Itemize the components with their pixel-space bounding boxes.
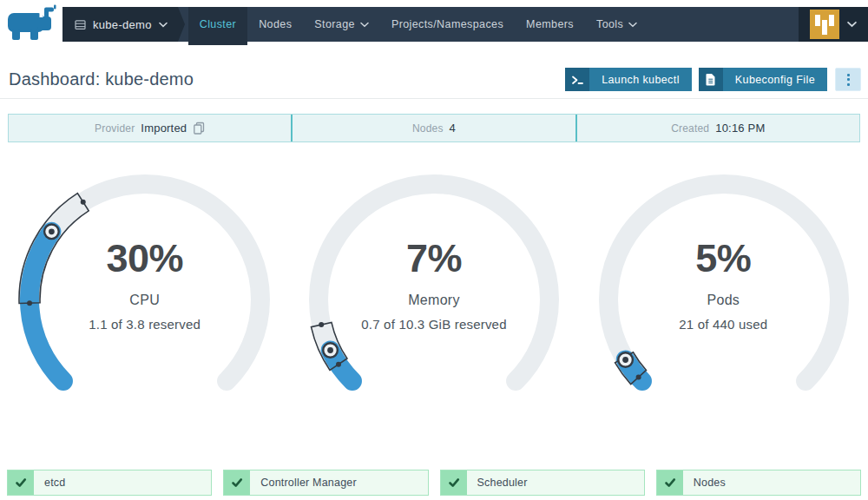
cpu-gauge: 30% CPU 1.1 of 3.8 reserved [0, 174, 289, 410]
tab-projects-label: Projects/Namespaces [391, 18, 503, 30]
status-scheduler-label: Scheduler [467, 470, 528, 495]
tab-nodes-label: Nodes [259, 18, 292, 30]
tab-tools[interactable]: Tools [585, 7, 648, 42]
tab-cluster[interactable]: Cluster [188, 7, 247, 42]
page-header: Dashboard: kube-demo Launch kubectl Kube… [9, 68, 861, 91]
info-created: Created 10:16 PM [575, 115, 859, 141]
chevron-down-icon [360, 22, 369, 28]
kubeconfig-file-label: Kubeconfig File [723, 68, 827, 91]
cluster-info-bar: Provider Imported Nodes 4 Created 10:16 … [8, 114, 860, 142]
tab-members-label: Members [526, 18, 574, 30]
cluster-selector[interactable]: kube-demo [62, 7, 178, 42]
chevron-down-icon [628, 22, 637, 28]
check-icon [224, 470, 250, 495]
user-avatar [810, 10, 839, 39]
status-nodes: Nodes [656, 470, 861, 496]
rancher-bull-icon [6, 4, 56, 41]
status-nodes-label: Nodes [683, 470, 726, 495]
memory-subtitle: 0.7 of 10.3 GiB reserved [289, 317, 578, 332]
info-provider: Provider Imported [9, 115, 291, 141]
more-actions-button[interactable] [835, 68, 861, 91]
header-divider [0, 98, 868, 99]
status-etcd-label: etcd [34, 470, 65, 495]
top-nav: kube-demo Cluster Nodes Storage Projects… [0, 0, 868, 45]
kubeconfig-file-button[interactable]: Kubeconfig File [699, 68, 827, 91]
chevron-down-icon [847, 21, 857, 28]
user-menu[interactable] [799, 7, 868, 42]
nodes-value: 4 [450, 122, 456, 135]
check-icon [657, 470, 683, 495]
tab-tools-label: Tools [596, 18, 623, 30]
info-nodes: Nodes 4 [291, 115, 575, 141]
cpu-title: CPU [0, 293, 289, 308]
memory-title: Memory [289, 293, 578, 308]
tab-nodes[interactable]: Nodes [247, 7, 303, 42]
nav-spacer [648, 7, 799, 42]
pods-percent: 5% [579, 236, 868, 281]
navbar: kube-demo Cluster Nodes Storage Projects… [62, 7, 868, 42]
launch-kubectl-button[interactable]: Launch kubectl [565, 68, 692, 91]
tab-cluster-label: Cluster [200, 18, 236, 30]
rancher-logo[interactable] [0, 0, 62, 45]
pods-subtitle: 21 of 440 used [579, 317, 868, 332]
tab-storage[interactable]: Storage [303, 7, 380, 42]
cpu-subtitle: 1.1 of 3.8 reserved [0, 317, 289, 332]
created-value: 10:16 PM [715, 122, 765, 135]
status-controller-manager: Controller Manager [223, 470, 428, 496]
provider-label: Provider [95, 122, 135, 135]
pods-gauge: 5% Pods 21 of 440 used [579, 174, 868, 410]
component-status-row: etcd Controller Manager Scheduler Nodes [0, 470, 868, 496]
provider-value: Imported [141, 122, 187, 135]
status-controller-manager-label: Controller Manager [250, 470, 357, 495]
memory-gauge: 7% Memory 0.7 of 10.3 GiB reserved [289, 174, 578, 410]
launch-kubectl-label: Launch kubectl [589, 68, 692, 91]
status-etcd: etcd [7, 470, 212, 496]
file-icon [699, 68, 723, 91]
page-title: Dashboard: kube-demo [9, 69, 565, 89]
status-scheduler: Scheduler [440, 470, 645, 496]
pods-title: Pods [579, 293, 868, 308]
terminal-icon [565, 68, 589, 91]
copy-icon[interactable] [193, 122, 205, 135]
tab-storage-label: Storage [314, 18, 355, 30]
nodes-label: Nodes [412, 122, 444, 135]
cluster-stack-icon [75, 19, 86, 30]
tab-projects-namespaces[interactable]: Projects/Namespaces [380, 7, 515, 42]
check-icon [8, 470, 34, 495]
cpu-percent: 30% [0, 236, 289, 281]
tab-members[interactable]: Members [515, 7, 585, 42]
created-label: Created [671, 122, 709, 135]
cluster-selector-label: kube-demo [93, 18, 152, 31]
selector-arrow [178, 7, 185, 42]
check-icon [441, 470, 467, 495]
memory-percent: 7% [289, 236, 578, 281]
resource-gauges: 30% CPU 1.1 of 3.8 reserved 7% Memory 0.… [0, 174, 868, 410]
chevron-down-icon [159, 22, 168, 28]
